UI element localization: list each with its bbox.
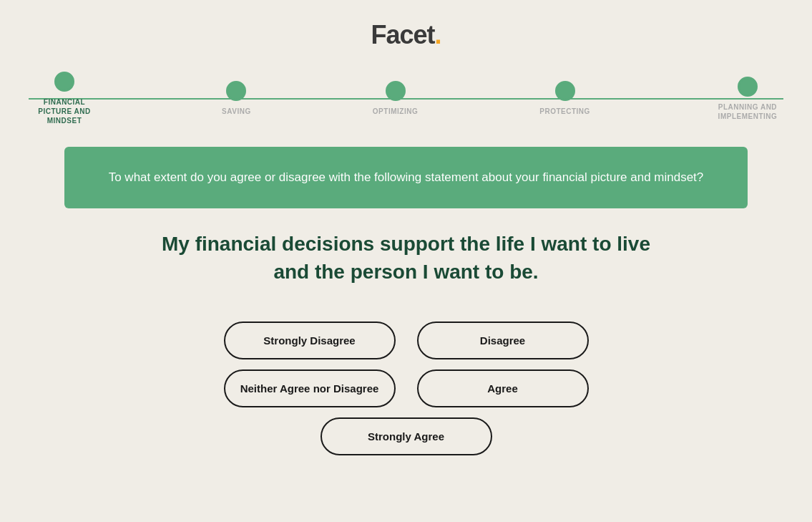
progress-bar: FINANCIAL PICTURE AND MINDSET SAVING OPT… <box>0 72 812 125</box>
step-saving: SAVING <box>222 81 251 116</box>
agree-button[interactable]: Agree <box>417 369 589 407</box>
step-financial: FINANCIAL PICTURE AND MINDSET <box>29 72 100 125</box>
step-optimizing: OPTIMIZING <box>373 81 418 116</box>
disagree-button[interactable]: Disagree <box>417 322 589 359</box>
question-banner: To what extent do you agree or disagree … <box>64 147 748 208</box>
step-circle-optimizing <box>386 81 406 101</box>
answers-row-3: Strongly Agree <box>321 417 492 455</box>
step-label-optimizing: OPTIMIZING <box>373 107 418 116</box>
strongly-disagree-button[interactable]: Strongly Disagree <box>224 322 396 359</box>
statement-container: My financial decisions support the life … <box>127 230 685 286</box>
logo-text: Facet <box>371 20 434 49</box>
neither-button[interactable]: Neither Agree nor Disagree <box>224 369 396 407</box>
step-circle-planning <box>738 77 758 97</box>
answers-container: Strongly Disagree Disagree Neither Agree… <box>0 322 812 455</box>
step-label-protecting: PROTECTING <box>539 107 590 116</box>
question-text: To what extent do you agree or disagree … <box>93 168 719 187</box>
step-circle-financial <box>54 72 74 92</box>
answers-row-2: Neither Agree nor Disagree Agree <box>224 369 589 407</box>
step-label-planning: PLANNING AND IMPLEMENTING <box>712 102 783 121</box>
step-circle-saving <box>226 81 246 101</box>
step-circle-protecting <box>555 81 575 101</box>
step-planning: PLANNING AND IMPLEMENTING <box>712 77 783 121</box>
statement-text: My financial decisions support the life … <box>142 230 671 286</box>
strongly-agree-button[interactable]: Strongly Agree <box>321 417 492 455</box>
step-protecting: PROTECTING <box>539 81 590 116</box>
logo: Facet. <box>0 20 812 50</box>
header: Facet. <box>0 0 812 64</box>
logo-dot: . <box>435 20 441 49</box>
answers-row-1: Strongly Disagree Disagree <box>224 322 589 359</box>
step-label-financial: FINANCIAL PICTURE AND MINDSET <box>29 97 100 125</box>
step-label-saving: SAVING <box>222 107 251 116</box>
